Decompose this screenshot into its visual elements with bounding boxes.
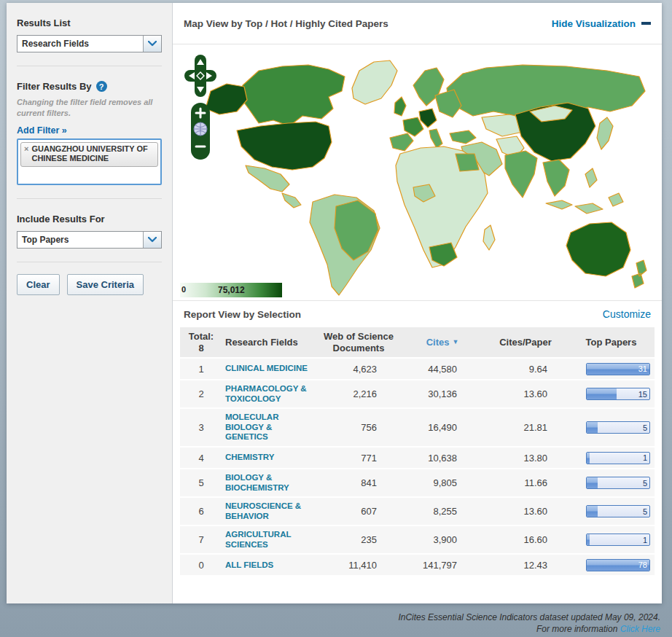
region-indonesia-east[interactable]	[575, 203, 603, 214]
region-new-guinea[interactable]	[609, 193, 623, 206]
field-link[interactable]: AGRICULTURAL SCIENCES	[225, 530, 313, 550]
row-rank: 3	[180, 409, 222, 448]
choropleth-scale: 0 75,012	[180, 283, 282, 297]
region-usa[interactable]	[237, 122, 332, 170]
save-criteria-button[interactable]: Save Criteria	[67, 274, 144, 295]
zoom-control	[191, 103, 210, 160]
cites-header-label: Cites	[426, 337, 450, 348]
include-results-dropdown[interactable]: Top Papers	[17, 231, 162, 249]
cites-value: 8,255	[402, 498, 483, 526]
top-papers-bar: 1	[586, 452, 650, 464]
region-australia[interactable]	[566, 222, 630, 276]
remove-filter-icon[interactable]: ×	[24, 144, 28, 155]
column-header-top-papers[interactable]: Top Papers	[568, 327, 655, 359]
field-link[interactable]: MOLECULAR BIOLOGY & GENETICS	[225, 413, 313, 442]
top-papers-bar: 78	[586, 559, 650, 571]
field-link[interactable]: BIOLOGY & BIOCHEMISTRY	[225, 473, 313, 493]
region-italy[interactable]	[429, 129, 442, 148]
region-canada[interactable]	[240, 65, 345, 126]
include-results-section: Include Results For Top Papers	[17, 199, 162, 262]
field-link[interactable]: CHEMISTRY	[225, 453, 274, 463]
table-row: CHEMISTRY	[222, 448, 316, 469]
table-row: MOLECULAR BIOLOGY & GENETICS	[222, 409, 316, 448]
chevron-down-icon[interactable]	[143, 232, 161, 248]
top-papers-value: 5	[643, 507, 647, 516]
field-link[interactable]: PHARMACOLOGY & TOXICOLOGY	[225, 384, 313, 404]
region-indonesia[interactable]	[546, 200, 572, 209]
column-header-wos-documents[interactable]: Web of Science Documents	[316, 327, 402, 359]
dataset-footer: InCites Essential Science Indicators dat…	[398, 611, 660, 635]
region-central-america[interactable]	[282, 193, 301, 208]
help-icon[interactable]: ?	[96, 81, 107, 92]
wos-documents-value: 235	[316, 526, 402, 555]
top-papers-cell: 5	[568, 409, 655, 448]
top-papers-cell: 5	[568, 469, 655, 498]
region-japan[interactable]	[597, 117, 613, 149]
clear-button[interactable]: Clear	[17, 274, 60, 295]
top-papers-value: 1	[643, 536, 647, 544]
filter-results-by-label: Filter Results By	[17, 81, 92, 92]
region-new-zealand[interactable]	[632, 260, 646, 288]
sidebar: Results List Research Fields Filter Resu…	[7, 3, 173, 603]
row-rank: 5	[180, 469, 222, 498]
wos-documents-value: 2,216	[316, 380, 402, 409]
pan-control	[184, 55, 216, 97]
cites-per-paper-value: 16.60	[483, 526, 568, 555]
field-link[interactable]: ALL FIELDS	[225, 560, 273, 571]
column-header-cites-per-paper[interactable]: Cites/Paper	[483, 327, 568, 359]
row-rank: 4	[180, 448, 222, 469]
report-view-header: Report View by Selection Customize	[173, 301, 662, 327]
row-rank: 6	[180, 498, 222, 526]
cites-value: 44,580	[402, 359, 483, 380]
field-link[interactable]: CLINICAL MEDICINE	[225, 364, 308, 374]
region-greenland[interactable]	[352, 60, 397, 104]
results-list-dropdown[interactable]: Research Fields	[17, 35, 162, 52]
top-papers-value: 15	[638, 390, 647, 399]
row-rank: 7	[180, 526, 222, 555]
dataset-update-text: InCites Essential Science Indicators dat…	[398, 611, 660, 623]
column-header-total: Total:8	[180, 327, 222, 359]
more-info-text: For more information	[536, 624, 617, 634]
click-here-link[interactable]: Click Here	[620, 624, 660, 634]
hide-visualization-label: Hide Visualization	[552, 18, 636, 29]
region-india[interactable]	[505, 151, 537, 198]
region-mexico[interactable]	[246, 165, 289, 192]
sort-desc-icon: ▼	[452, 338, 458, 346]
row-rank: 2	[180, 380, 222, 409]
top-papers-bar: 5	[586, 505, 650, 517]
hide-visualization-link[interactable]: Hide Visualization	[552, 18, 651, 29]
add-filter-link[interactable]: Add Filter »	[17, 125, 67, 136]
region-spain[interactable]	[390, 133, 413, 151]
wos-documents-value: 771	[316, 448, 402, 469]
region-madagascar[interactable]	[483, 225, 495, 250]
top-papers-cell: 15	[568, 380, 655, 409]
column-header-research-fields[interactable]: Research Fields	[222, 327, 316, 359]
field-link[interactable]: NEUROSCIENCE & BEHAVIOR	[225, 501, 313, 521]
chevron-down-icon[interactable]	[143, 36, 161, 52]
region-turkey[interactable]	[450, 130, 476, 144]
table-row: CLINICAL MEDICINE	[222, 359, 316, 380]
filter-list-box[interactable]: × GUANGZHOU UNIVERSITY OF CHINESE MEDICI…	[17, 138, 162, 185]
top-papers-cell: 78	[568, 555, 655, 577]
top-papers-value: 78	[638, 560, 647, 569]
filter-note-text: Changing the filter field removes all cu…	[17, 97, 162, 119]
cites-value: 141,797	[402, 555, 483, 577]
cites-per-paper-value: 13.60	[483, 498, 568, 526]
wos-documents-value: 756	[316, 409, 402, 448]
top-papers-cell: 31	[568, 359, 655, 380]
report-table: Total:8 Research Fields Web of Science D…	[180, 327, 655, 577]
region-uk[interactable]	[394, 97, 406, 116]
customize-link[interactable]: Customize	[603, 308, 651, 320]
cites-per-paper-value: 21.81	[483, 409, 568, 448]
cites-value: 16,490	[402, 409, 483, 448]
top-papers-bar: 1	[586, 534, 650, 546]
top-papers-value: 5	[643, 479, 647, 488]
region-egypt[interactable]	[456, 154, 479, 171]
region-philippines[interactable]	[585, 168, 597, 187]
top-papers-bar: 31	[586, 363, 650, 375]
cites-per-paper-value: 11.66	[483, 469, 568, 498]
region-southeast-asia[interactable]	[543, 160, 569, 196]
column-header-cites[interactable]: Cites ▼	[402, 327, 483, 359]
row-rank: 0	[180, 555, 222, 577]
scale-min-label: 0	[181, 285, 186, 294]
